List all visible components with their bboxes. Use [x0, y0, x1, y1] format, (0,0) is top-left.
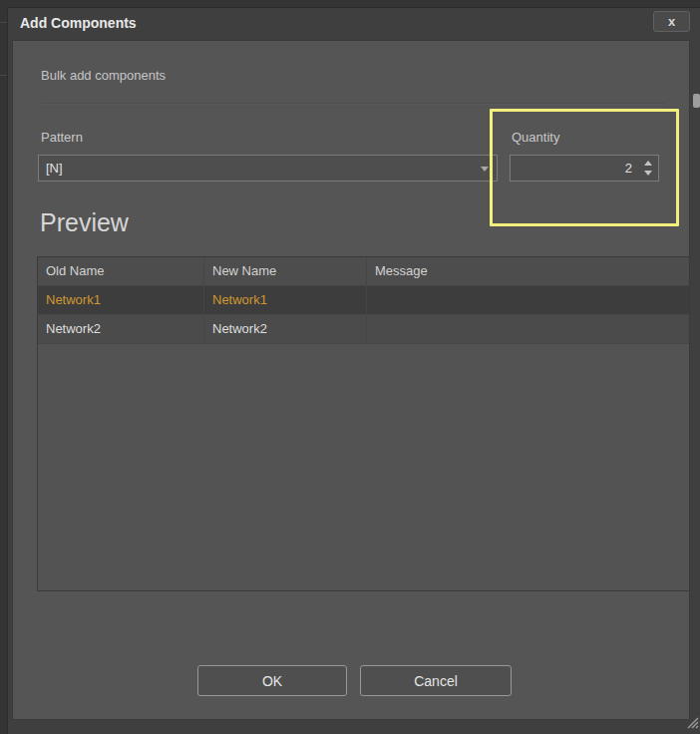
column-header-new-name[interactable]: New Name	[204, 257, 367, 285]
pattern-select[interactable]: [N]	[38, 155, 498, 182]
close-button[interactable]: x	[653, 11, 690, 32]
preview-table: Old Name New Name Message Network1 Netwo…	[37, 256, 690, 591]
column-header-old-name[interactable]: Old Name	[38, 257, 204, 285]
spinner-up-icon[interactable]	[644, 161, 652, 166]
table-header-row: Old Name New Name Message	[38, 257, 689, 286]
bulk-add-label: Bulk add components	[41, 68, 166, 83]
column-header-message[interactable]: Message	[367, 257, 689, 285]
cell-new-name: Network2	[204, 315, 367, 343]
background-window-edge	[0, 75, 8, 76]
dialog-titlebar[interactable]: Add Components x	[8, 8, 700, 40]
spinner-down-icon[interactable]	[644, 171, 652, 176]
cell-old-name: Network2	[38, 315, 204, 343]
add-components-dialog: Add Components x Bulk add components Pat…	[8, 8, 700, 734]
quantity-value: 2	[625, 156, 632, 181]
pattern-label: Pattern	[41, 130, 83, 145]
quantity-spin-buttons	[642, 156, 652, 181]
quantity-label: Quantity	[512, 130, 559, 145]
background-window-edge	[0, 22, 8, 23]
cancel-button[interactable]: Cancel	[360, 665, 512, 696]
dialog-content: Bulk add components Pattern [N] Quantity…	[12, 40, 690, 720]
chevron-down-icon	[481, 167, 489, 172]
close-icon: x	[668, 14, 675, 29]
dialog-title: Add Components	[20, 15, 137, 31]
resize-grip[interactable]	[682, 712, 700, 730]
separator	[41, 103, 665, 105]
table-row[interactable]: Network1 Network1	[38, 286, 689, 315]
ok-button[interactable]: OK	[197, 665, 347, 696]
background-scrollbar-fragment	[693, 94, 700, 108]
quantity-input[interactable]: 2	[510, 155, 659, 182]
cell-old-name: Network1	[38, 286, 204, 314]
screen-background: Add Components x Bulk add components Pat…	[0, 0, 700, 734]
cell-message	[367, 286, 689, 314]
cell-message	[367, 315, 689, 343]
pattern-selected-value: [N]	[46, 161, 63, 176]
table-row[interactable]: Network2 Network2	[38, 315, 689, 344]
cell-new-name: Network1	[204, 286, 367, 314]
preview-heading: Preview	[40, 208, 129, 237]
